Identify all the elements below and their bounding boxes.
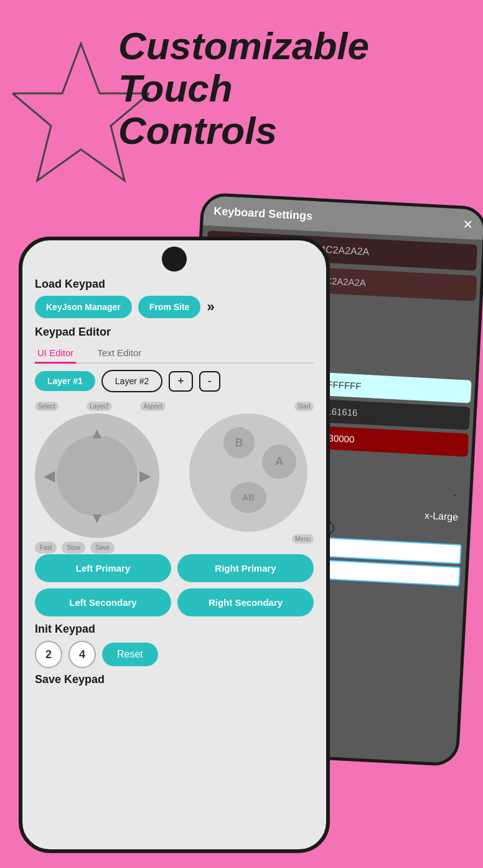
init-num1[interactable]: 2 [35, 641, 62, 668]
b-button[interactable]: B [223, 427, 255, 458]
left-primary-button[interactable]: Left Primary [35, 554, 171, 582]
start-label: Start [294, 402, 314, 411]
add-layer-button[interactable]: + [169, 371, 193, 392]
fast-label: Fast [35, 542, 57, 554]
save-keypad-section: Save Keypad [35, 673, 314, 686]
save-keypad-title: Save Keypad [35, 673, 314, 686]
tab-ui-editor[interactable]: UI Editor [35, 344, 76, 364]
init-keypad-row: 2 4 Reset [35, 641, 314, 668]
slow-label: Slow [62, 542, 85, 554]
page-title: Customizable Touch Controls [19, 25, 464, 153]
init-num2[interactable]: 4 [68, 641, 96, 668]
right-primary-button[interactable]: Right Primary [177, 554, 314, 582]
keypad-editor-title: Keypad Editor [35, 326, 314, 339]
keyjson-manager-button[interactable]: KeyJson Manager [35, 296, 132, 318]
left-secondary-button[interactable]: Left Secondary [35, 588, 171, 616]
right-secondary-button[interactable]: Right Secondary [177, 588, 314, 616]
title-line2: Controls [118, 109, 277, 152]
ab-button[interactable]: AB [230, 482, 266, 513]
select-label: Select [35, 402, 59, 411]
dpad-up-icon[interactable]: ▲ [90, 425, 105, 442]
more-arrow-button[interactable]: » [207, 299, 214, 315]
load-keypad-row: KeyJson Manager From Site » [35, 296, 314, 318]
tab-text-editor[interactable]: Text Editor [95, 344, 144, 364]
dpad-left-icon[interactable]: ◀ [44, 467, 55, 484]
from-site-button[interactable]: From Site [138, 296, 201, 318]
close-icon[interactable]: ✕ [462, 217, 474, 232]
buttons-cluster: B A AB [189, 413, 307, 532]
phone-notch [162, 247, 187, 271]
dpad-down-icon[interactable]: ▼ [90, 509, 105, 527]
layer2-button[interactable]: Layer #2 [101, 370, 162, 392]
color-buttons-row2: Left Secondary Right Secondary [35, 588, 314, 616]
save-label: Save [90, 542, 115, 554]
layer2-label: Layer2 [87, 402, 112, 411]
dpad-right-icon[interactable]: ▶ [139, 467, 151, 484]
init-keypad-title: Init Keypad [35, 623, 314, 636]
layer1-button[interactable]: Layer #1 [35, 371, 95, 391]
title-line1: Customizable Touch [118, 24, 369, 110]
reset-button[interactable]: Reset [102, 643, 158, 666]
aspect-label: Aspect [140, 402, 166, 411]
remove-layer-button[interactable]: - [199, 371, 220, 392]
front-phone: Load Keypad KeyJson Manager From Site » … [19, 237, 330, 853]
color-buttons-row1: Left Primary Right Primary [35, 554, 314, 582]
dpad: ▲ ◀ ▶ ▼ [35, 413, 159, 538]
keyboard-settings-title: Keyboard Settings [213, 204, 313, 222]
color-buttons-grid: Left Primary Right Primary Left Secondar… [35, 554, 314, 616]
editor-tabs: UI Editor Text Editor [35, 344, 314, 364]
layer-row: Layer #1 Layer #2 + - [35, 370, 314, 392]
chevron-up-icon: ⌃ [451, 493, 459, 504]
load-keypad-title: Load Keypad [35, 278, 314, 291]
bottom-labels: Fast Slow Save [35, 542, 166, 554]
controller-area: Select Layer2 Aspect ▲ ◀ ▶ ▼ Fa [35, 399, 314, 548]
a-button[interactable]: A [262, 445, 296, 479]
dpad-arrows: ▲ ◀ ▶ ▼ [35, 413, 159, 538]
keypad-editor-section: Keypad Editor UI Editor Text Editor Laye… [35, 326, 314, 392]
menu-label: Menu [292, 534, 314, 544]
